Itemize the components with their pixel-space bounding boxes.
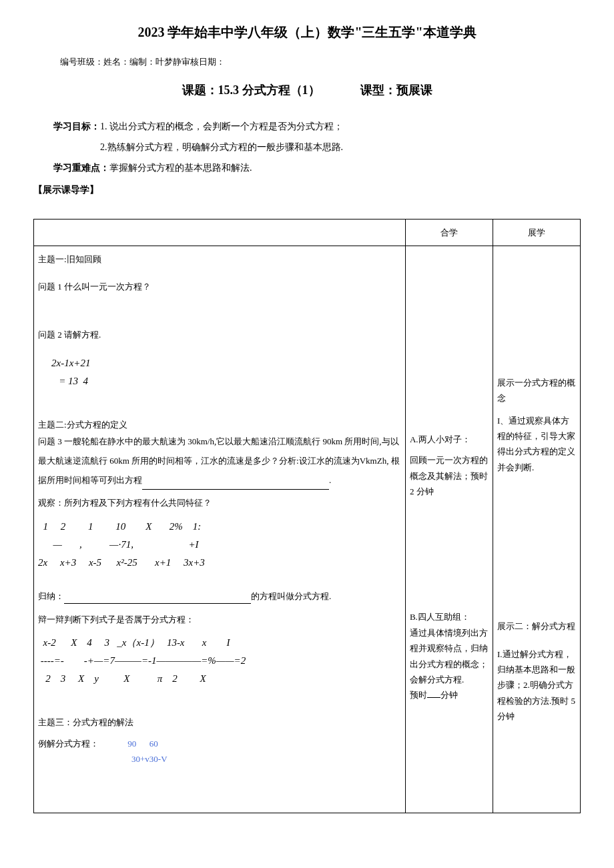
mid-b-text2: 会解分式方程. (410, 672, 489, 687)
right-show2-title: 展示二：解分式方程 (497, 618, 576, 634)
observe-text: 观察：所列方程及下列方程有什么共同特征？ (38, 495, 401, 510)
eq4-line1: 90 60 (127, 736, 158, 751)
header-hexue: 合学 (405, 219, 493, 246)
eq3-line1: x-2 X 4 3 _x（x-1） 13-x x I (38, 634, 401, 652)
eq3-line2: ----=- -+—=7———=-1—————=%——=2 (38, 652, 401, 670)
table-header-row: 合学 展学 (34, 219, 581, 246)
type-label: 课型：预展课 (360, 79, 432, 101)
eq4-line2: 30+v30-V (131, 751, 401, 767)
summary-line: 归纳：的方程叫做分式方程. (38, 588, 401, 604)
objective-1: 学习目标：1. 说出分式方程的概念，会判断一个方程是否为分式方程； (33, 118, 581, 135)
equation-2: 1 2 1 10 X 2% 1: — , —·71, +I 2x x+3 x-5… (38, 518, 401, 572)
difficulty-label: 学习重难点： (53, 163, 109, 173)
question-3: 问题 3 一艘轮船在静水中的最大航速为 30km/h,它以最大船速沿江顺流航行 … (38, 432, 401, 490)
objective-2: 2.熟练解分式方程，明确解分式方程的一般步骤和基本思路. (33, 139, 581, 155)
topic-label: 课题：15.3 分式方程（1） (182, 79, 320, 101)
right-show1-text: I、通过观察具体方程的特征，引导大家得出分式方程的定义并会判断. (497, 413, 576, 476)
difficulty-line: 学习重难点：掌握解分式方程的基本思路和解法. (33, 159, 581, 176)
header-empty (34, 219, 406, 246)
mid-block-b: B.四人互助组： 通过具体情境列出方程并观察特点，归纳出分式方程的概念； 会解分… (410, 609, 489, 703)
eq2-line2: — , —·71, +I (38, 536, 401, 554)
equation-1: 2x-1x+21 = 13 4 (51, 354, 401, 390)
meta-line: 编号班级：姓名：编制：叶梦静审核日期： (33, 54, 581, 69)
main-table: 合学 展学 主题一:旧知回顾 问题 1 什么叫一元一次方程？ 问题 2 请解方程… (33, 219, 581, 813)
mid-cell: A.两人小对子： 回顾一元一次方程的概念及其解法；预时 2 分钟 B.四人互助组… (405, 246, 493, 813)
topic2-title: 主题二:分式方程的定义 (38, 417, 401, 432)
header-zhanxue: 展学 (493, 219, 580, 246)
summary-tail: 的方程叫做分式方程. (251, 591, 331, 601)
right-show1-title: 展示一分式方程的概念 (497, 375, 576, 406)
mid-b-text3: 预时分钟 (410, 687, 489, 703)
topic1-title: 主题一:旧知回顾 (38, 252, 401, 267)
eq1-line1: 2x-1x+21 (51, 354, 401, 372)
difficulty-text: 掌握解分式方程的基本思路和解法. (109, 163, 252, 173)
q3-tail: . (329, 475, 331, 485)
mid-b-post: 分钟 (440, 690, 458, 700)
example-label: 例解分式方程： (38, 739, 99, 749)
mid-b-pre: 预时 (410, 690, 427, 700)
guide-tag: 【展示课导学】 (33, 181, 581, 198)
main-cell: 主题一:旧知回顾 问题 1 什么叫一元一次方程？ 问题 2 请解方程. 2x-1… (34, 246, 406, 813)
right-cell: 展示一分式方程的概念 I、通过观察具体方程的特征，引导大家得出分式方程的定义并会… (493, 246, 580, 813)
equation-3: x-2 X 4 3 _x（x-1） 13-x x I ----=- -+—=7—… (38, 634, 401, 688)
mid-b-blank (427, 697, 440, 698)
example-row: 例解分式方程： 90 60 (38, 736, 401, 751)
objective-label: 学习目标： (53, 121, 100, 131)
q3-text: 问题 3 一艘轮船在静水中的最大航速为 30km/h,它以最大船速沿江顺流航行 … (38, 436, 400, 484)
objective-1-text: 1. 说出分式方程的概念，会判断一个方程是否为分式方程； (100, 121, 343, 131)
right-block-2: 展示二：解分式方程 I.通过解分式方程，归纳基本思路和一般步骤；2.明确分式方程… (497, 618, 576, 724)
summary-blank (64, 595, 251, 604)
mid-a-text: 回顾一元一次方程的概念及其解法；预时 2 分钟 (410, 452, 489, 499)
eq1-line2: = 13 4 (51, 372, 401, 390)
judge-title: 辩一辩判断下列式子是否属于分式方程： (38, 612, 401, 627)
summary-label: 归纳： (38, 591, 64, 601)
right-block-1: 展示一分式方程的概念 I、通过观察具体方程的特征，引导大家得出分式方程的定义并会… (497, 375, 576, 475)
table-body-row: 主题一:旧知回顾 问题 1 什么叫一元一次方程？ 问题 2 请解方程. 2x-1… (34, 246, 581, 813)
eq2-line3: 2x x+3 x-5 x²-25 x+1 3x+3 (38, 554, 401, 572)
mid-b-title: B.四人互助组： (410, 609, 489, 624)
mid-block-a: A.两人小对子： 回顾一元一次方程的概念及其解法；预时 2 分钟 (410, 432, 489, 500)
eq3-line3: 2 3 X y X π 2 X (38, 670, 401, 688)
mid-b-text1: 通过具体情境列出方程并观察特点，归纳出分式方程的概念； (410, 625, 489, 672)
subtitle-row: 课题：15.3 分式方程（1） 课型：预展课 (33, 79, 581, 101)
right-show2-text: I.通过解分式方程，归纳基本思路和一般步骤；2.明确分式方程检验的方法.预时 5… (497, 646, 576, 725)
topic3-title: 主题三：分式方程的解法 (38, 715, 401, 730)
blank-fill (142, 481, 329, 490)
eq2-line1: 1 2 1 10 X 2% 1: (38, 518, 401, 536)
question-2: 问题 2 请解方程. (38, 327, 401, 342)
question-1: 问题 1 什么叫一元一次方程？ (38, 279, 401, 294)
mid-a-title: A.两人小对子： (410, 432, 489, 447)
doc-title: 2023 学年始丰中学八年级（上）数学"三生五学"本道学典 (33, 20, 581, 44)
